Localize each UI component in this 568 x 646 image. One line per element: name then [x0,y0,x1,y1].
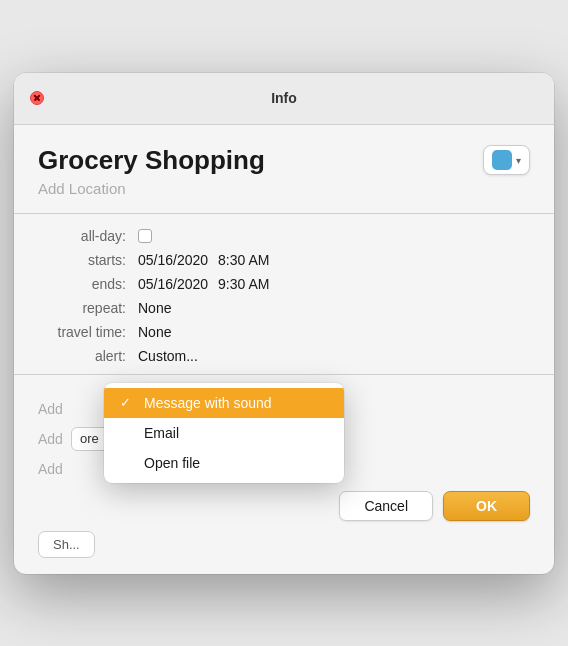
starts-label: starts: [38,252,138,268]
allday-value [138,229,530,243]
add-note[interactable]: Add [38,461,63,477]
starts-time[interactable]: 8:30 AM [218,252,269,268]
event-title-row: Grocery Shopping ▾ [38,145,530,176]
add-attachments[interactable]: Add [38,431,63,447]
starts-value: 05/16/2020 8:30 AM [138,252,530,268]
dropdown-overlay: ✓ Message with sound Email Open file [104,383,344,483]
titlebar: Info [14,73,554,125]
checkmark-icon: ✓ [120,395,136,410]
dropdown-item-label-message: Message with sound [144,395,272,411]
divider-2 [14,374,554,375]
allday-label: all-day: [38,228,138,244]
event-title: Grocery Shopping [38,145,265,176]
repeat-label: repeat: [38,300,138,316]
add-invitees[interactable]: Add [38,401,63,417]
ok-button[interactable]: OK [443,491,530,521]
alert-val[interactable]: Custom... [138,348,198,364]
repeat-val[interactable]: None [138,300,171,316]
main-content: Grocery Shopping ▾ Add Location all-day:… [14,125,554,401]
dropdown-menu: ✓ Message with sound Email Open file [104,383,344,483]
ends-label: ends: [38,276,138,292]
ends-value: 05/16/2020 9:30 AM [138,276,530,292]
ends-date[interactable]: 05/16/2020 [138,276,208,292]
divider-1 [14,213,554,214]
dropdown-item-label-email: Email [144,425,179,441]
window-title: Info [271,90,297,106]
stepper-value: ore [72,431,107,446]
starts-date[interactable]: 05/16/2020 [138,252,208,268]
color-swatch [492,150,512,170]
chevron-down-icon: ▾ [516,155,521,166]
dropdown-item-label-openfile: Open file [144,455,200,471]
allday-checkbox[interactable] [138,229,152,243]
travel-value: None [138,324,530,340]
dropdown-item-message[interactable]: ✓ Message with sound [104,388,344,418]
ends-time[interactable]: 9:30 AM [218,276,269,292]
cancel-button[interactable]: Cancel [339,491,433,521]
dropdown-item-openfile[interactable]: Open file [104,448,344,478]
form-section: all-day: starts: 05/16/2020 8:30 AM ends… [38,228,530,364]
button-row: Cancel OK [38,491,530,521]
travel-val[interactable]: None [138,324,171,340]
show-row: Sh... [38,531,530,558]
travel-label: travel time: [38,324,138,340]
alert-label: alert: [38,348,138,364]
alert-value: Custom... [138,348,530,364]
color-picker-button[interactable]: ▾ [483,145,530,175]
dropdown-item-email[interactable]: Email [104,418,344,448]
show-button[interactable]: Sh... [38,531,95,558]
location-field[interactable]: Add Location [38,180,530,197]
info-window: Info Grocery Shopping ▾ Add Location all… [14,73,554,574]
close-button[interactable] [30,91,44,105]
repeat-value: None [138,300,530,316]
